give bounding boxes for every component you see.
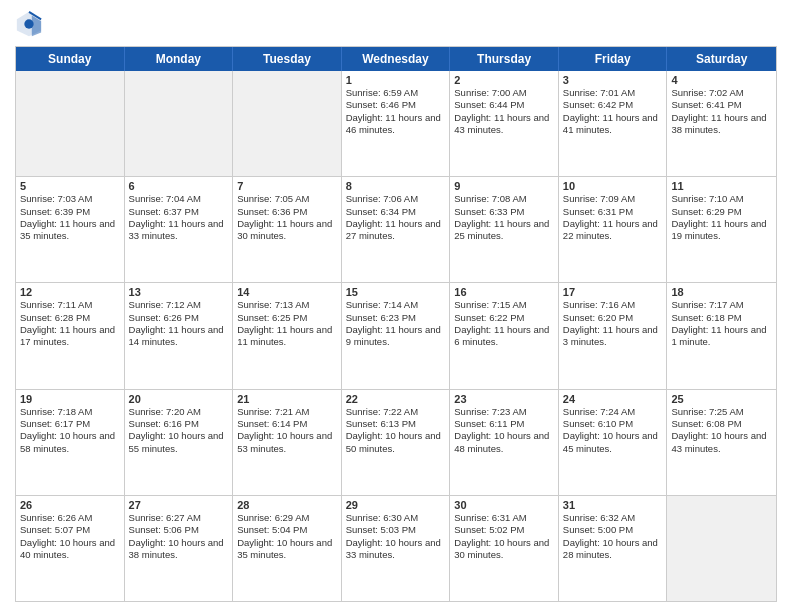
calendar-cell: 19Sunrise: 7:18 AM Sunset: 6:17 PM Dayli… [16, 390, 125, 495]
day-number: 28 [237, 499, 337, 511]
calendar-cell: 13Sunrise: 7:12 AM Sunset: 6:26 PM Dayli… [125, 283, 234, 388]
day-info: Sunrise: 6:26 AM Sunset: 5:07 PM Dayligh… [20, 512, 120, 561]
day-number: 17 [563, 286, 663, 298]
calendar-cell: 14Sunrise: 7:13 AM Sunset: 6:25 PM Dayli… [233, 283, 342, 388]
day-number: 22 [346, 393, 446, 405]
day-info: Sunrise: 6:31 AM Sunset: 5:02 PM Dayligh… [454, 512, 554, 561]
day-info: Sunrise: 7:17 AM Sunset: 6:18 PM Dayligh… [671, 299, 772, 348]
day-number: 14 [237, 286, 337, 298]
day-number: 19 [20, 393, 120, 405]
header [15, 10, 777, 38]
day-info: Sunrise: 7:23 AM Sunset: 6:11 PM Dayligh… [454, 406, 554, 455]
day-info: Sunrise: 7:04 AM Sunset: 6:37 PM Dayligh… [129, 193, 229, 242]
calendar-cell: 29Sunrise: 6:30 AM Sunset: 5:03 PM Dayli… [342, 496, 451, 601]
day-number: 24 [563, 393, 663, 405]
day-info: Sunrise: 7:12 AM Sunset: 6:26 PM Dayligh… [129, 299, 229, 348]
day-info: Sunrise: 7:24 AM Sunset: 6:10 PM Dayligh… [563, 406, 663, 455]
calendar-header-row: SundayMondayTuesdayWednesdayThursdayFrid… [16, 47, 776, 71]
day-number: 23 [454, 393, 554, 405]
day-info: Sunrise: 7:21 AM Sunset: 6:14 PM Dayligh… [237, 406, 337, 455]
day-number: 20 [129, 393, 229, 405]
day-info: Sunrise: 7:14 AM Sunset: 6:23 PM Dayligh… [346, 299, 446, 348]
logo [15, 10, 47, 38]
day-number: 9 [454, 180, 554, 192]
calendar-cell: 10Sunrise: 7:09 AM Sunset: 6:31 PM Dayli… [559, 177, 668, 282]
day-number: 30 [454, 499, 554, 511]
calendar-cell: 18Sunrise: 7:17 AM Sunset: 6:18 PM Dayli… [667, 283, 776, 388]
day-info: Sunrise: 7:15 AM Sunset: 6:22 PM Dayligh… [454, 299, 554, 348]
calendar-cell: 8Sunrise: 7:06 AM Sunset: 6:34 PM Daylig… [342, 177, 451, 282]
calendar-body: 1Sunrise: 6:59 AM Sunset: 6:46 PM Daylig… [16, 71, 776, 601]
day-number: 8 [346, 180, 446, 192]
day-info: Sunrise: 6:32 AM Sunset: 5:00 PM Dayligh… [563, 512, 663, 561]
day-number: 15 [346, 286, 446, 298]
day-info: Sunrise: 6:59 AM Sunset: 6:46 PM Dayligh… [346, 87, 446, 136]
day-info: Sunrise: 7:09 AM Sunset: 6:31 PM Dayligh… [563, 193, 663, 242]
calendar-cell: 1Sunrise: 6:59 AM Sunset: 6:46 PM Daylig… [342, 71, 451, 176]
day-number: 25 [671, 393, 772, 405]
calendar-cell: 26Sunrise: 6:26 AM Sunset: 5:07 PM Dayli… [16, 496, 125, 601]
calendar-cell: 3Sunrise: 7:01 AM Sunset: 6:42 PM Daylig… [559, 71, 668, 176]
day-info: Sunrise: 7:13 AM Sunset: 6:25 PM Dayligh… [237, 299, 337, 348]
calendar-cell: 12Sunrise: 7:11 AM Sunset: 6:28 PM Dayli… [16, 283, 125, 388]
weekday-header-sunday: Sunday [16, 47, 125, 71]
calendar-cell: 27Sunrise: 6:27 AM Sunset: 5:06 PM Dayli… [125, 496, 234, 601]
calendar-row-4: 26Sunrise: 6:26 AM Sunset: 5:07 PM Dayli… [16, 496, 776, 601]
calendar-cell: 2Sunrise: 7:00 AM Sunset: 6:44 PM Daylig… [450, 71, 559, 176]
calendar-cell: 16Sunrise: 7:15 AM Sunset: 6:22 PM Dayli… [450, 283, 559, 388]
calendar-row-1: 5Sunrise: 7:03 AM Sunset: 6:39 PM Daylig… [16, 177, 776, 283]
day-number: 4 [671, 74, 772, 86]
calendar-cell: 17Sunrise: 7:16 AM Sunset: 6:20 PM Dayli… [559, 283, 668, 388]
calendar-cell: 20Sunrise: 7:20 AM Sunset: 6:16 PM Dayli… [125, 390, 234, 495]
day-info: Sunrise: 6:29 AM Sunset: 5:04 PM Dayligh… [237, 512, 337, 561]
calendar-cell: 15Sunrise: 7:14 AM Sunset: 6:23 PM Dayli… [342, 283, 451, 388]
calendar-cell [233, 71, 342, 176]
calendar-cell: 22Sunrise: 7:22 AM Sunset: 6:13 PM Dayli… [342, 390, 451, 495]
weekday-header-wednesday: Wednesday [342, 47, 451, 71]
day-number: 21 [237, 393, 337, 405]
day-info: Sunrise: 7:02 AM Sunset: 6:41 PM Dayligh… [671, 87, 772, 136]
calendar-cell: 11Sunrise: 7:10 AM Sunset: 6:29 PM Dayli… [667, 177, 776, 282]
day-info: Sunrise: 6:27 AM Sunset: 5:06 PM Dayligh… [129, 512, 229, 561]
day-number: 29 [346, 499, 446, 511]
weekday-header-saturday: Saturday [667, 47, 776, 71]
day-number: 27 [129, 499, 229, 511]
day-number: 18 [671, 286, 772, 298]
day-info: Sunrise: 7:05 AM Sunset: 6:36 PM Dayligh… [237, 193, 337, 242]
day-number: 31 [563, 499, 663, 511]
day-info: Sunrise: 6:30 AM Sunset: 5:03 PM Dayligh… [346, 512, 446, 561]
calendar-row-3: 19Sunrise: 7:18 AM Sunset: 6:17 PM Dayli… [16, 390, 776, 496]
calendar: SundayMondayTuesdayWednesdayThursdayFrid… [15, 46, 777, 602]
day-info: Sunrise: 7:03 AM Sunset: 6:39 PM Dayligh… [20, 193, 120, 242]
calendar-cell: 9Sunrise: 7:08 AM Sunset: 6:33 PM Daylig… [450, 177, 559, 282]
calendar-cell: 23Sunrise: 7:23 AM Sunset: 6:11 PM Dayli… [450, 390, 559, 495]
day-number: 16 [454, 286, 554, 298]
day-info: Sunrise: 7:25 AM Sunset: 6:08 PM Dayligh… [671, 406, 772, 455]
day-number: 5 [20, 180, 120, 192]
calendar-cell [125, 71, 234, 176]
logo-icon [15, 10, 43, 38]
day-number: 2 [454, 74, 554, 86]
day-info: Sunrise: 7:10 AM Sunset: 6:29 PM Dayligh… [671, 193, 772, 242]
calendar-cell: 6Sunrise: 7:04 AM Sunset: 6:37 PM Daylig… [125, 177, 234, 282]
day-number: 6 [129, 180, 229, 192]
calendar-row-2: 12Sunrise: 7:11 AM Sunset: 6:28 PM Dayli… [16, 283, 776, 389]
calendar-cell: 7Sunrise: 7:05 AM Sunset: 6:36 PM Daylig… [233, 177, 342, 282]
day-number: 3 [563, 74, 663, 86]
day-info: Sunrise: 7:18 AM Sunset: 6:17 PM Dayligh… [20, 406, 120, 455]
calendar-cell [667, 496, 776, 601]
calendar-cell: 30Sunrise: 6:31 AM Sunset: 5:02 PM Dayli… [450, 496, 559, 601]
calendar-cell: 21Sunrise: 7:21 AM Sunset: 6:14 PM Dayli… [233, 390, 342, 495]
calendar-cell [16, 71, 125, 176]
day-info: Sunrise: 7:20 AM Sunset: 6:16 PM Dayligh… [129, 406, 229, 455]
calendar-cell: 25Sunrise: 7:25 AM Sunset: 6:08 PM Dayli… [667, 390, 776, 495]
day-number: 13 [129, 286, 229, 298]
page: SundayMondayTuesdayWednesdayThursdayFrid… [0, 0, 792, 612]
weekday-header-thursday: Thursday [450, 47, 559, 71]
day-number: 7 [237, 180, 337, 192]
day-number: 11 [671, 180, 772, 192]
calendar-cell: 31Sunrise: 6:32 AM Sunset: 5:00 PM Dayli… [559, 496, 668, 601]
calendar-cell: 4Sunrise: 7:02 AM Sunset: 6:41 PM Daylig… [667, 71, 776, 176]
day-number: 12 [20, 286, 120, 298]
day-info: Sunrise: 7:00 AM Sunset: 6:44 PM Dayligh… [454, 87, 554, 136]
